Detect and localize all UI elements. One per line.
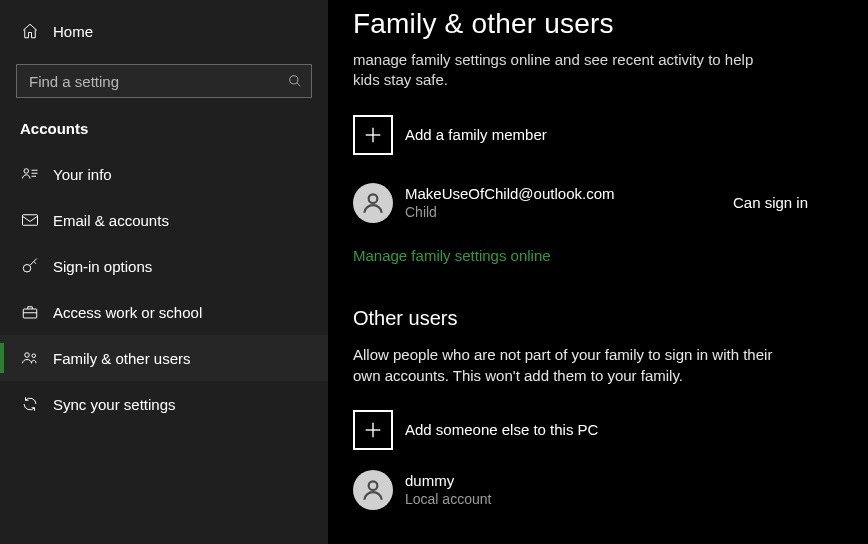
sidebar: Home Accounts Your info Email & accounts — [0, 0, 328, 544]
plus-box — [353, 115, 393, 155]
family-description: manage family settings online and see re… — [353, 50, 783, 91]
svg-point-2 — [24, 169, 29, 174]
add-family-label: Add a family member — [405, 126, 547, 143]
avatar — [353, 183, 393, 223]
avatar — [353, 470, 393, 510]
plus-icon — [362, 124, 384, 146]
sidebar-item-label: Email & accounts — [53, 212, 169, 229]
home-icon — [20, 21, 40, 41]
other-users-header: Other users — [353, 307, 868, 330]
key-icon — [20, 256, 40, 276]
sidebar-item-label: Sign-in options — [53, 258, 152, 275]
mail-icon — [20, 210, 40, 230]
other-users-description: Allow people who are not part of your fa… — [353, 344, 793, 386]
plus-icon — [362, 419, 384, 441]
sidebar-item-access-work-school[interactable]: Access work or school — [0, 289, 328, 335]
member-email: MakeUseOfChild@outlook.com — [405, 185, 614, 202]
home-label: Home — [53, 23, 93, 40]
person-icon — [360, 190, 386, 216]
sidebar-item-sync-settings[interactable]: Sync your settings — [0, 381, 328, 427]
sync-icon — [20, 394, 40, 414]
svg-point-0 — [290, 76, 298, 84]
people-icon — [20, 348, 40, 368]
sidebar-item-label: Family & other users — [53, 350, 191, 367]
sidebar-item-your-info[interactable]: Your info — [0, 151, 328, 197]
member-status: Can sign in — [733, 194, 868, 211]
family-member-row[interactable]: MakeUseOfChild@outlook.com Child Can sig… — [353, 183, 868, 223]
svg-point-13 — [369, 194, 378, 203]
manage-family-settings-link[interactable]: Manage family settings online — [353, 247, 551, 264]
add-other-label: Add someone else to this PC — [405, 421, 598, 438]
other-user-row[interactable]: dummy Local account — [353, 470, 868, 510]
member-role: Child — [405, 204, 614, 220]
search-icon — [287, 73, 303, 89]
plus-box — [353, 410, 393, 450]
sidebar-item-family-other-users[interactable]: Family & other users — [0, 335, 328, 381]
person-icon — [360, 477, 386, 503]
svg-line-1 — [297, 83, 301, 87]
other-user-type: Local account — [405, 491, 491, 507]
svg-rect-6 — [23, 215, 38, 226]
other-user-name: dummy — [405, 472, 491, 489]
svg-point-10 — [32, 354, 36, 358]
sidebar-item-sign-in-options[interactable]: Sign-in options — [0, 243, 328, 289]
search-box[interactable] — [16, 64, 312, 98]
search-input[interactable] — [17, 65, 311, 97]
svg-point-7 — [23, 265, 31, 273]
briefcase-icon — [20, 302, 40, 322]
category-header: Accounts — [0, 98, 328, 151]
svg-point-9 — [25, 353, 30, 358]
add-family-member-button[interactable]: Add a family member — [353, 115, 868, 155]
svg-rect-8 — [23, 309, 37, 318]
content-pane: Family & other users manage family setti… — [328, 0, 868, 544]
page-title: Family & other users — [353, 0, 868, 40]
svg-point-16 — [369, 481, 378, 490]
sidebar-item-label: Your info — [53, 166, 112, 183]
home-button[interactable]: Home — [0, 10, 328, 52]
person-card-icon — [20, 164, 40, 184]
add-other-user-button[interactable]: Add someone else to this PC — [353, 410, 868, 450]
sidebar-item-email-accounts[interactable]: Email & accounts — [0, 197, 328, 243]
sidebar-item-label: Sync your settings — [53, 396, 176, 413]
sidebar-item-label: Access work or school — [53, 304, 202, 321]
